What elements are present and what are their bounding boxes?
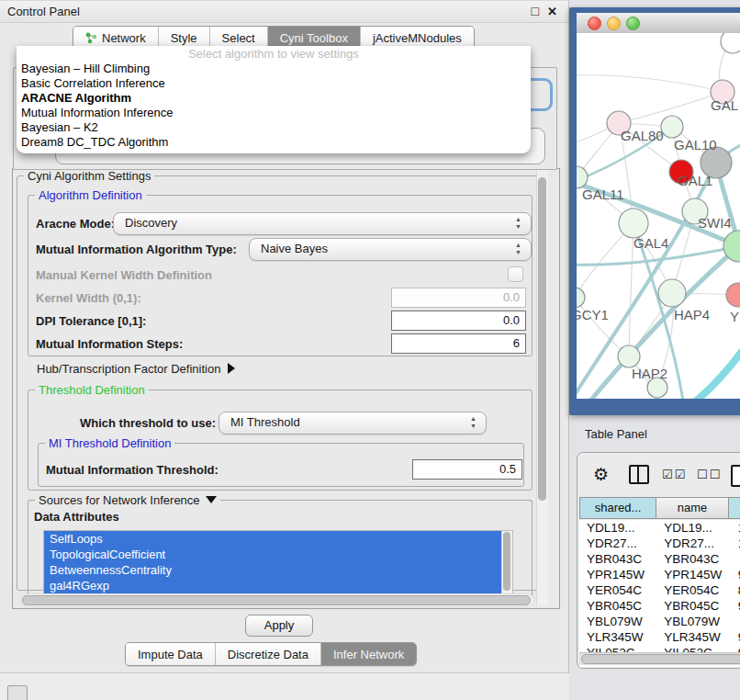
- column-header-name[interactable]: name: [656, 497, 729, 519]
- cell: YBR043C: [579, 551, 656, 567]
- scrollbar-thumb[interactable]: [581, 654, 740, 664]
- data-attributes-label: Data Attributes: [34, 510, 119, 524]
- table-row[interactable]: YBL079WYBL079W: [579, 614, 740, 629]
- scrollbar-thumb[interactable]: [538, 177, 546, 501]
- mi-threshold-group-title: MI Threshold Definition: [45, 436, 174, 450]
- threshold-definition-title: Threshold Definition: [35, 383, 149, 397]
- aracne-mode-combobox[interactable]: Discovery ▲▼: [113, 212, 532, 235]
- network-tab-icon: [85, 32, 97, 44]
- cell: 9.: [731, 598, 740, 614]
- cell: YDR27...: [656, 536, 731, 551]
- table-row[interactable]: YER054CYER054C8.: [579, 582, 740, 598]
- manual-kernel-checkbox[interactable]: [508, 266, 523, 282]
- mi-steps-field[interactable]: 6: [391, 333, 526, 354]
- which-threshold-label: Which threshold to use:: [80, 416, 216, 430]
- control-panel-window: Control Panel □ ✕ Network Style Select C…: [0, 0, 569, 673]
- attribute-item-selected[interactable]: BetweennessCentrality: [44, 562, 512, 578]
- sources-groupbox: Sources for Network Inference Data Attri…: [28, 500, 533, 602]
- node-label: SWI4: [698, 215, 732, 231]
- table-row[interactable]: YDR27...YDR27...12: [579, 536, 740, 551]
- dropdown-item[interactable]: Bayesian – K2: [17, 120, 531, 135]
- node-label: GAL11: [582, 186, 624, 202]
- table-row[interactable]: YPR145WYPR145W9.: [579, 567, 740, 582]
- mi-type-combobox[interactable]: Naive Bayes ▲▼: [249, 238, 532, 261]
- settings-vertical-scrollbar[interactable]: [536, 170, 548, 605]
- attribute-item-selected[interactable]: SelfLoops: [44, 531, 512, 547]
- cell: YDR27...: [579, 536, 656, 551]
- scrollbar-thumb[interactable]: [22, 595, 531, 605]
- kernel-width-field[interactable]: 0.0: [391, 288, 526, 308]
- select-all-columns-icon[interactable]: ☑☑: [662, 465, 687, 485]
- chevron-down-icon[interactable]: [206, 496, 217, 503]
- columns-icon[interactable]: [629, 465, 649, 484]
- network-node[interactable]: [721, 33, 740, 53]
- hub-definition-toggle[interactable]: Hub/Transcription Factor Definition: [37, 362, 235, 376]
- table-row[interactable]: YBR043CYBR043C: [579, 551, 740, 567]
- mi-threshold-field[interactable]: 0.5: [412, 459, 522, 480]
- tab-style-label: Style: [171, 31, 197, 45]
- cell: YBR045C: [579, 598, 656, 614]
- network-node[interactable]: [618, 345, 640, 367]
- network-node[interactable]: [661, 116, 683, 138]
- table-header-row: shared... name: [579, 497, 740, 519]
- dropdown-item[interactable]: Basic Correlation Inference: [17, 76, 531, 91]
- close-window-icon[interactable]: ✕: [547, 1, 557, 22]
- network-graph-svg: GALGAL80GAL10GAL1GAL11SWI4GAL4GCY1HAP4YH…: [577, 33, 740, 399]
- settings-horizontal-scrollbar[interactable]: [20, 593, 534, 607]
- mi-threshold-label: Mutual Information Threshold:: [46, 463, 219, 477]
- aracne-mode-label: Aracne Mode:: [36, 217, 115, 231]
- tab-infer-network[interactable]: Infer Network: [320, 643, 416, 665]
- cell: YER054C: [656, 582, 731, 598]
- tab-discretize-data[interactable]: Discretize Data: [215, 643, 320, 665]
- cell: YDL19...: [656, 520, 731, 536]
- network-canvas[interactable]: GALGAL80GAL10GAL1GAL11SWI4GAL4GCY1HAP4YH…: [577, 33, 740, 399]
- column-header-shared-name[interactable]: shared...: [579, 497, 656, 519]
- export-table-icon[interactable]: [731, 465, 740, 487]
- network-node[interactable]: [577, 288, 585, 308]
- algorithm-definition-groupbox: Algorithm Definition Aracne Mode: Discov…: [28, 195, 533, 356]
- which-threshold-combobox[interactable]: MI Threshold ▲▼: [219, 412, 487, 435]
- cyni-settings-scrollpane: Cyni Algorithm Settings Algorithm Defini…: [12, 168, 560, 609]
- dropdown-item[interactable]: Bayesian – Hill Climbing: [17, 62, 531, 76]
- network-edge[interactable]: [694, 349, 740, 399]
- table-horizontal-scrollbar[interactable]: [579, 652, 740, 665]
- table-body: YDL19...YDL19...13 YDR27...YDR27...12 YB…: [579, 520, 740, 667]
- algorithm-dropdown-popup: Select algorithm to view settings Bayesi…: [17, 46, 531, 153]
- table-row[interactable]: YBR045CYBR045C9.: [579, 598, 740, 614]
- collapsed-panel-button[interactable]: [7, 685, 28, 700]
- network-node[interactable]: [619, 209, 648, 238]
- sources-title: Sources for Network Inference: [35, 493, 220, 507]
- float-window-icon[interactable]: □: [532, 1, 539, 22]
- apply-button[interactable]: Apply: [245, 615, 313, 637]
- tab-jactivemnodules-label: jActiveMNodules: [373, 31, 462, 45]
- threshold-definition-groupbox: Threshold Definition Which threshold to …: [28, 390, 533, 491]
- table-row[interactable]: YDL19...YDL19...13: [579, 520, 740, 536]
- dropdown-item[interactable]: Mutual Information Inference: [17, 106, 531, 120]
- deselect-all-columns-icon[interactable]: ☐☐: [697, 465, 722, 485]
- cell: [731, 614, 740, 629]
- mac-zoom-icon[interactable]: [626, 17, 640, 30]
- dpi-tolerance-field[interactable]: 0.0: [391, 310, 526, 331]
- scrollbar-thumb[interactable]: [503, 532, 510, 591]
- sources-title-text: Sources for Network Inference: [39, 493, 200, 507]
- gear-icon[interactable]: ⚙: [593, 465, 609, 485]
- column-header-clipped[interactable]: [729, 497, 740, 519]
- cell: YBL079W: [579, 614, 656, 629]
- cell: [731, 551, 740, 567]
- attribute-item-selected[interactable]: TopologicalCoefficient: [44, 547, 512, 562]
- tab-impute-data[interactable]: Impute Data: [126, 643, 215, 665]
- dropdown-item[interactable]: Dream8 DC_TDC Algorithm: [17, 135, 531, 150]
- cell: YBR045C: [656, 598, 731, 614]
- attributes-list-scrollbar[interactable]: [501, 531, 512, 595]
- network-node[interactable]: [726, 283, 740, 307]
- attribute-item-selected[interactable]: gal4RGexp: [44, 578, 512, 593]
- mac-minimize-icon[interactable]: [607, 17, 621, 30]
- network-node[interactable]: [658, 279, 686, 307]
- network-window-titlebar[interactable]: [577, 13, 740, 34]
- network-edge[interactable]: [577, 75, 723, 92]
- tab-discretize-data-label: Discretize Data: [228, 648, 308, 661]
- cell: 9.: [731, 567, 740, 582]
- table-row[interactable]: YLR345WYLR345W9.: [579, 629, 740, 645]
- dropdown-item-selected[interactable]: ARACNE Algorithm: [17, 91, 531, 106]
- mac-close-icon[interactable]: [588, 17, 601, 30]
